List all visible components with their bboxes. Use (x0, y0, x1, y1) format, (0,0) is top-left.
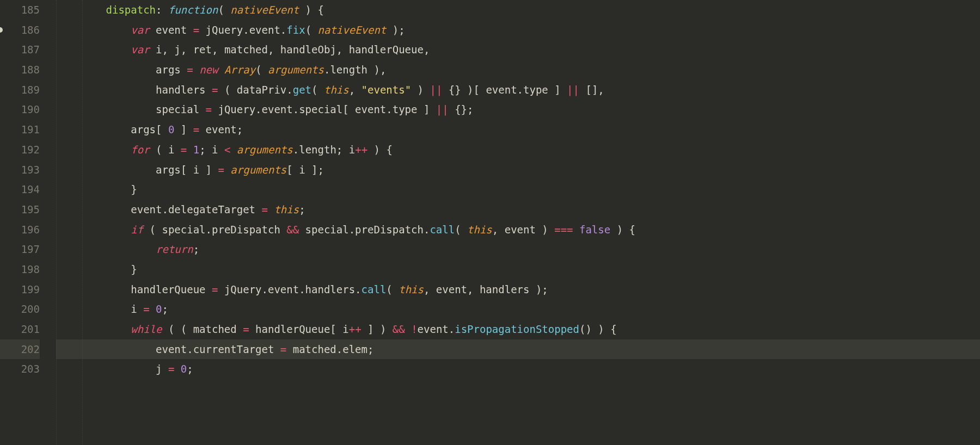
token: ++ (355, 144, 367, 156)
line-number[interactable]: 202 (0, 339, 40, 360)
line-number[interactable]: 190 (0, 100, 40, 120)
token: arguments (237, 144, 293, 156)
code-line[interactable]: if ( special.preDispatch && special.preD… (56, 220, 980, 240)
code-line[interactable]: } (56, 259, 980, 280)
code-line[interactable]: args = new Array( arguments.length ), (56, 60, 980, 80)
line-number[interactable]: 199 (0, 280, 40, 300)
token: {} )[ event.type ] (442, 84, 567, 96)
token: return (156, 243, 193, 255)
token: = (193, 123, 199, 135)
line-number[interactable]: 188 (0, 60, 40, 80)
code-line[interactable]: event.delegateTarget = this; (56, 200, 980, 220)
token: if (131, 224, 143, 236)
token: ( ( matched (162, 323, 243, 335)
line-number[interactable]: 197 (0, 239, 40, 259)
token: dispatch (106, 4, 156, 16)
token: this (274, 203, 299, 215)
token: event.delegateTarget (131, 203, 261, 215)
code-line[interactable]: args[ i ] = arguments[ i ]; (56, 160, 980, 180)
token: < (224, 144, 230, 156)
token: handlers (156, 84, 212, 96)
token: = (143, 303, 149, 315)
line-number[interactable]: 186 (0, 20, 40, 40)
token: 0 (168, 123, 174, 135)
token: for (131, 144, 149, 156)
line-number[interactable]: 187 (0, 40, 40, 60)
token: 0 (181, 363, 187, 375)
token (230, 144, 236, 156)
token: args[ i ] (156, 164, 218, 176)
token: j (156, 363, 168, 375)
line-number[interactable]: 194 (0, 180, 40, 200)
code-line[interactable]: handlers = ( dataPriv.get( this, "events… (56, 80, 980, 100)
code-editor[interactable]: 1851861871881891901911921931941951961971… (0, 0, 980, 445)
code-line[interactable]: args[ 0 ] = event; (56, 120, 980, 140)
token: ( special.preDispatch (143, 224, 286, 236)
line-number[interactable]: 185 (0, 0, 40, 20)
token: this (467, 224, 492, 236)
code-line[interactable]: var i, j, ret, matched, handleObj, handl… (56, 40, 980, 60)
token: ( dataPriv. (218, 84, 292, 96)
token: arguments (230, 164, 286, 176)
token: ++ (349, 323, 362, 335)
token: ; i (199, 144, 224, 156)
code-line[interactable]: event.currentTarget = matched.elem; (56, 339, 980, 360)
code-line[interactable]: for ( i = 1; i < arguments.length; i++ )… (56, 140, 980, 160)
token: ( i (150, 144, 181, 156)
token: new (199, 64, 218, 76)
token (224, 164, 230, 176)
line-number[interactable]: 200 (0, 299, 40, 319)
token: .length; i (293, 144, 355, 156)
code-line[interactable]: return; (56, 239, 980, 259)
token (573, 224, 579, 236)
token: handlerQueue (131, 283, 212, 295)
token: event (150, 24, 193, 36)
line-number[interactable]: 191 (0, 120, 40, 140)
token: var (131, 24, 149, 36)
token: || (430, 84, 442, 96)
token: ( (305, 24, 318, 36)
token: = (181, 144, 187, 156)
token: = (206, 103, 212, 115)
code-line[interactable]: i = 0; (56, 299, 980, 319)
token: && (393, 323, 405, 335)
code-line[interactable]: var event = jQuery.event.fix( nativeEven… (56, 20, 980, 40)
token (405, 323, 411, 335)
code-area[interactable]: dispatch: function( nativeEvent ) { var … (52, 0, 980, 445)
code-line[interactable]: dispatch: function( nativeEvent ) { (56, 0, 980, 20)
token: event; (199, 123, 243, 135)
token: } (131, 263, 137, 275)
code-line[interactable]: while ( ( matched = handlerQueue[ i++ ] … (56, 319, 980, 339)
line-number[interactable]: 203 (0, 359, 40, 379)
token (187, 144, 193, 156)
token: call (430, 224, 455, 236)
code-line[interactable]: } (56, 180, 980, 200)
token: ( (311, 84, 324, 96)
token: ) { (367, 144, 393, 156)
line-number[interactable]: 193 (0, 160, 40, 180)
token: } (131, 183, 137, 195)
token: call (362, 283, 387, 295)
token: ( (218, 4, 230, 16)
token: () ) { (579, 323, 617, 335)
line-number[interactable]: 195 (0, 200, 40, 220)
line-number-gutter[interactable]: 1851861871881891901911921931941951961971… (0, 0, 52, 445)
line-number[interactable]: 192 (0, 140, 40, 160)
code-line[interactable]: j = 0; (56, 359, 980, 379)
token: , event ) (492, 224, 554, 236)
code-line[interactable]: handlerQueue = jQuery.event.handlers.cal… (56, 280, 980, 300)
token: [ i ]; (286, 164, 324, 176)
line-number[interactable]: 198 (0, 259, 40, 280)
token: event.currentTarget (156, 343, 280, 355)
line-number[interactable]: 196 (0, 220, 40, 240)
token: function (168, 4, 218, 16)
line-number[interactable]: 201 (0, 319, 40, 339)
code-line[interactable]: special = jQuery.event.special[ event.ty… (56, 100, 980, 120)
token: : (156, 4, 168, 16)
token (268, 203, 274, 215)
token: get (293, 84, 311, 96)
token: ( (255, 64, 268, 76)
line-number[interactable]: 189 (0, 80, 40, 100)
token: Array (224, 64, 255, 76)
token: i, j, ret, matched, handleObj, handlerQu… (150, 44, 430, 55)
